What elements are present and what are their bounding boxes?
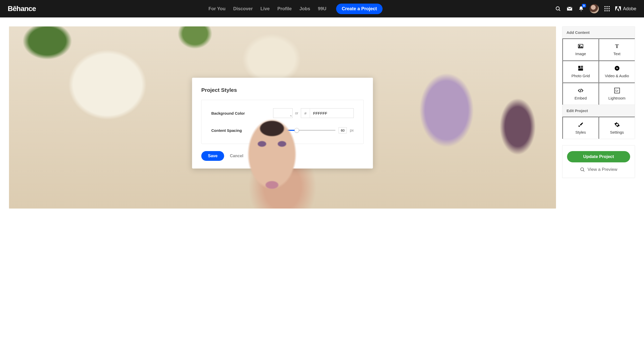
svg-rect-3 [607,6,608,7]
svg-rect-7 [609,8,610,9]
app-header: Bēhance For You Discover Live Profile Jo… [0,0,644,17]
content-spacing-value[interactable] [339,127,347,133]
hash-prefix: # [301,108,310,118]
tool-lightroom[interactable]: Lr Lightroom [599,83,635,105]
cancel-button[interactable]: Cancel [230,154,243,158]
spacing-unit: px [350,128,354,132]
svg-line-18 [580,88,581,92]
nav-live[interactable]: Live [260,6,270,12]
svg-line-20 [583,170,584,171]
search-icon [580,167,585,172]
svg-rect-15 [581,67,583,68]
header-actions: 9 Adobe [555,4,636,13]
mail-icon[interactable] [567,6,573,12]
modal-actions: Save Cancel [201,151,364,161]
svg-rect-2 [604,6,606,7]
view-preview-button[interactable]: View a Preview [580,167,617,172]
tool-embed-label: Embed [574,96,587,100]
svg-rect-9 [607,10,608,11]
behance-logo[interactable]: Bēhance [8,5,36,13]
content-spacing-slider[interactable] [270,130,336,131]
tool-text[interactable]: T Text [599,38,635,61]
lightroom-icon: Lr [614,88,620,93]
svg-rect-5 [604,8,606,9]
modal-title: Project Styles [201,87,364,93]
editor-workspace: Project Styles Background Color or # Con… [0,17,644,218]
nav-for-you[interactable]: For You [209,6,226,12]
add-content-panel: Add Content Image T Text Photo Grid Vide… [562,26,635,139]
tool-styles-label: Styles [575,130,586,134]
content-spacing-label: Content Spacing [211,128,242,133]
content-spacing-row: Content Spacing px [211,127,354,133]
apps-grid-icon[interactable] [604,6,610,11]
update-project-button[interactable]: Update Project [567,151,630,162]
nav-jobs[interactable]: Jobs [299,6,310,12]
tool-embed[interactable]: Embed [562,83,599,105]
svg-line-1 [559,10,560,11]
background-color-row: Background Color or # [211,108,354,118]
code-icon [578,88,583,93]
tool-styles[interactable]: Styles [562,117,599,139]
grid-icon [578,65,583,71]
tool-lightroom-label: Lightroom [608,96,626,100]
save-button[interactable]: Save [201,151,224,161]
play-icon [614,65,620,71]
notifications-icon[interactable]: 9 [578,6,584,12]
view-preview-label: View a Preview [588,167,617,172]
svg-rect-14 [581,66,583,67]
svg-rect-13 [578,66,580,68]
tool-image[interactable]: Image [562,38,599,61]
search-icon[interactable] [555,6,561,12]
hex-input-group: # [301,108,354,118]
svg-point-12 [579,45,580,46]
tool-settings-label: Settings [610,130,624,134]
primary-nav: For You Discover Live Profile Jobs 99U C… [38,4,553,14]
svg-rect-8 [604,10,606,11]
tool-settings[interactable]: Settings [599,117,635,139]
create-project-button[interactable]: Create a Project [336,4,383,14]
background-color-label: Background Color [211,111,245,115]
editor-sidebar: Add Content Image T Text Photo Grid Vide… [562,26,635,178]
svg-point-19 [581,168,584,171]
nav-discover[interactable]: Discover [233,6,253,12]
svg-rect-4 [609,6,610,7]
content-spacing-controls: px [270,127,354,133]
project-styles-modal: Project Styles Background Color or # Con… [192,78,373,169]
svg-rect-10 [609,10,610,11]
tool-video-audio[interactable]: Video & Audio [599,61,635,83]
brush-icon [578,122,583,127]
adobe-link[interactable]: Adobe [615,6,636,12]
text-icon: T [614,43,620,49]
gear-icon [614,122,620,127]
tool-photo-grid-label: Photo Grid [571,74,590,78]
tool-photo-grid[interactable]: Photo Grid [562,61,599,83]
color-swatch-picker[interactable] [273,108,292,118]
image-icon [578,43,583,49]
avatar[interactable] [590,4,599,13]
svg-rect-6 [607,8,608,9]
tool-video-audio-label: Video & Audio [605,74,629,78]
edit-project-title: Edit Project [562,105,635,117]
or-label: or [295,111,298,115]
project-canvas[interactable]: Project Styles Background Color or # Con… [9,26,556,209]
tool-text-label: Text [613,52,621,56]
background-color-controls: or # [273,108,354,118]
add-content-title: Add Content [562,27,635,38]
svg-rect-16 [578,68,583,71]
nav-99u[interactable]: 99U [318,6,326,12]
nav-profile[interactable]: Profile [277,6,292,12]
adobe-icon [615,6,621,11]
project-actions-panel: Update Project View a Preview [562,145,635,178]
svg-point-0 [556,7,559,10]
hex-color-input[interactable] [310,108,354,118]
tool-image-label: Image [575,52,586,56]
adobe-label: Adobe [623,6,636,12]
styles-settings-box: Background Color or # Content Spacing [201,100,364,144]
notification-badge: 9 [582,4,586,7]
